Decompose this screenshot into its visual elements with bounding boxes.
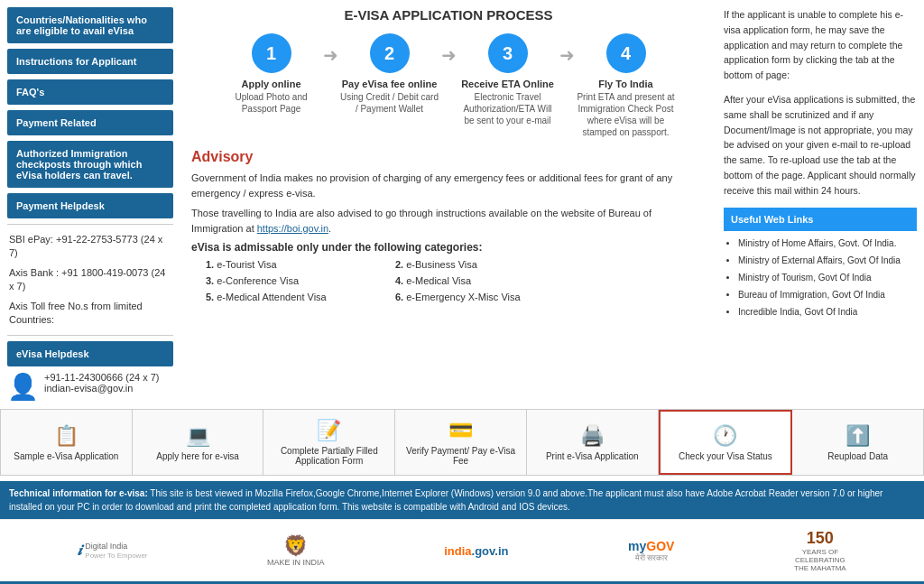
visa-cat-4: 4. e-Medical Visa bbox=[395, 275, 576, 286]
action-sample-label: Sample e-Visa Application bbox=[14, 451, 118, 461]
di-icon: 𝒊 bbox=[78, 542, 81, 559]
useful-link-3[interactable]: Ministry of Tourism, Govt Of India bbox=[738, 271, 917, 284]
action-verify-label: Verify Payment/ Pay e-Visa Fee bbox=[401, 446, 521, 466]
center-content: E-VISA APPLICATION PROCESS 1 Apply onlin… bbox=[180, 0, 716, 409]
advisory-categories-title: eVisa is admissable only under the follo… bbox=[191, 241, 706, 254]
make-text: MAKE IN INDIA bbox=[267, 558, 325, 567]
action-bar: 📋 Sample e-Visa Application 💻 Apply here… bbox=[0, 409, 924, 476]
mygov-logo: myGOV मेरी सरकार bbox=[628, 539, 674, 563]
visa-cat-3: 3. e-Conference Visa bbox=[206, 275, 386, 286]
sidebar-item-instructions[interactable]: Instructions for Applicant bbox=[7, 49, 173, 74]
digital-india-logo: 𝒊 Digital IndiaPower To Empower bbox=[78, 542, 147, 561]
process-title: E-VISA APPLICATION PROCESS bbox=[191, 7, 706, 23]
left-sidebar: Countries/Nationalities who are eligible… bbox=[0, 0, 180, 409]
step-2-sub: Using Credit / Debit card / Payment Wall… bbox=[340, 91, 439, 115]
advisory-para2: Those travelling to India are also advis… bbox=[191, 206, 706, 236]
advisory-title: Advisory bbox=[191, 149, 706, 165]
action-complete-label: Complete Partially Filled Application Fo… bbox=[269, 446, 389, 466]
step-2-circle: 2 bbox=[370, 33, 410, 73]
useful-link-4[interactable]: Bureau of Immigration, Govt Of India bbox=[738, 288, 917, 301]
step-3: 3 Receive ETA Online Electronic Travel A… bbox=[458, 33, 558, 126]
step-3-sub: Electronic Travel Authorization/ETA Will… bbox=[458, 91, 558, 126]
complete-icon: 📝 bbox=[317, 419, 341, 442]
step-3-title: Receive ETA Online bbox=[461, 79, 554, 89]
sidebar-item-payment[interactable]: Payment Related bbox=[7, 110, 173, 135]
helpdesk-email[interactable]: indian-evisa@gov.in bbox=[44, 383, 160, 394]
tech-bar: Technical information for e-visa: This s… bbox=[0, 481, 924, 519]
step-2-title: Pay eVisa fee online bbox=[342, 79, 438, 89]
print-icon: 🖨️ bbox=[580, 424, 605, 448]
arrow-2: ➜ bbox=[439, 44, 458, 66]
action-verify[interactable]: 💳 Verify Payment/ Pay e-Visa Fee bbox=[395, 410, 527, 475]
action-reupload-label: Reupload Data bbox=[827, 451, 888, 461]
step-1-title: Apply online bbox=[242, 79, 301, 89]
useful-links-title: Useful Web Links bbox=[724, 208, 917, 232]
useful-link-2[interactable]: Ministry of External Affairs, Govt Of In… bbox=[738, 254, 917, 267]
years-number: 150 bbox=[807, 529, 834, 548]
action-complete[interactable]: 📝 Complete Partially Filled Application … bbox=[263, 410, 395, 475]
sample-icon: 📋 bbox=[54, 424, 79, 448]
visa-cat-1: 1. e-Tourist Visa bbox=[206, 259, 386, 270]
helpdesk-phone: +91-11-24300666 (24 x 7) bbox=[44, 372, 160, 383]
verify-icon: 💳 bbox=[448, 419, 473, 442]
steps-row: 1 Apply online Upload Photo and Passport… bbox=[191, 33, 706, 138]
right-info-text: If the applicant is unable to complete h… bbox=[724, 7, 917, 83]
step-2: 2 Pay eVisa fee online Using Credit / De… bbox=[340, 33, 439, 115]
action-check-visa-label: Check your Visa Status bbox=[679, 451, 772, 461]
mygov-sub: मेरी सरकार bbox=[635, 553, 669, 563]
sidebar-item-checkposts[interactable]: Authorized Immigration checkposts throug… bbox=[7, 141, 173, 188]
sidebar-item-countries[interactable]: Countries/Nationalities who are eligible… bbox=[7, 7, 173, 43]
right-sidebar: If the applicant is unable to complete h… bbox=[716, 0, 924, 409]
useful-link-1[interactable]: Ministry of Home Affairs, Govt. Of India… bbox=[738, 236, 917, 250]
step-1-sub: Upload Photo and Passport Page bbox=[222, 91, 321, 115]
right-info-text-2: After your eVisa applications is submitt… bbox=[724, 92, 917, 199]
visa-cat-5: 5. e-Medical Attendent Visa bbox=[206, 292, 386, 302]
helpdesk-icon: 👤 bbox=[7, 372, 39, 402]
sidebar-item-helpdesk[interactable]: Payment Helpdesk bbox=[7, 193, 173, 218]
helpdesk-info: +91-11-24300666 (24 x 7) indian-evisa@go… bbox=[44, 372, 160, 394]
mygov-text: myGOV bbox=[628, 539, 674, 553]
step-4-sub: Print ETA and present at Immigration Che… bbox=[577, 91, 676, 138]
step-1-circle: 1 bbox=[252, 33, 291, 73]
action-apply[interactable]: 💻 Apply here for e-visa bbox=[133, 410, 264, 475]
arrow-1: ➜ bbox=[321, 44, 340, 66]
sidebar-item-evisa-helpdesk[interactable]: eVisa Helpdesk bbox=[7, 341, 173, 366]
visa-cat-6: 6. e-Emergency X-Misc Visa bbox=[395, 292, 576, 302]
boi-link[interactable]: https://boi.gov.in bbox=[257, 223, 328, 234]
di-text: Digital IndiaPower To Empower bbox=[85, 542, 147, 561]
step-3-circle: 3 bbox=[488, 33, 528, 73]
action-print-label: Print e-Visa Application bbox=[546, 451, 639, 461]
arrow-3: ➜ bbox=[558, 44, 577, 66]
footer-logos: 𝒊 Digital IndiaPower To Empower 🦁 MAKE I… bbox=[0, 519, 924, 581]
make-icon: 🦁 bbox=[283, 534, 308, 558]
sidebar-item-faq[interactable]: FAQ's bbox=[7, 79, 173, 105]
step-4-circle: 4 bbox=[606, 33, 646, 73]
payment-info-axis-note: Axis Toll free No.s from limited Countri… bbox=[7, 297, 173, 330]
step-1: 1 Apply online Upload Photo and Passport… bbox=[222, 33, 321, 115]
action-reupload[interactable]: ⬆️ Reupload Data bbox=[792, 410, 923, 475]
reupload-icon: ⬆️ bbox=[845, 424, 870, 448]
action-check-visa[interactable]: 🕐 Check your Visa Status bbox=[659, 410, 793, 475]
india-gov-logo: india.gov.in bbox=[444, 544, 508, 558]
action-apply-label: Apply here for e-visa bbox=[156, 451, 239, 461]
useful-links-list: Ministry of Home Affairs, Govt. Of India… bbox=[724, 236, 917, 319]
visa-cat-2: 2. e-Business Visa bbox=[395, 259, 576, 270]
action-sample[interactable]: 📋 Sample e-Visa Application bbox=[1, 410, 133, 475]
make-in-india-logo: 🦁 MAKE IN INDIA bbox=[267, 534, 325, 567]
years-text: YEARS OFCELEBRATINGTHE MAHATMA bbox=[794, 548, 846, 572]
step-4: 4 Fly To India Print ETA and present at … bbox=[577, 33, 676, 138]
useful-link-5[interactable]: Incredible India, Govt Of India bbox=[738, 305, 917, 319]
helpdesk-section: 👤 +91-11-24300666 (24 x 7) indian-evisa@… bbox=[7, 372, 173, 402]
payment-info-axis: Axis Bank : +91 1800-419-0073 (24 x 7) bbox=[7, 264, 173, 297]
check-visa-icon: 🕐 bbox=[713, 424, 737, 448]
visa-categories: 1. e-Tourist Visa 2. e-Business Visa 3. … bbox=[191, 259, 706, 302]
action-print[interactable]: 🖨️ Print e-Visa Application bbox=[527, 410, 659, 475]
years-logo: 150 YEARS OFCELEBRATINGTHE MAHATMA bbox=[794, 529, 846, 572]
advisory-para1: Government of India makes no provision o… bbox=[191, 171, 706, 200]
apply-icon: 💻 bbox=[186, 424, 210, 448]
payment-info-sbi: SBI ePay: +91-22-2753-5773 (24 x 7) bbox=[7, 230, 173, 264]
step-4-title: Fly To India bbox=[598, 79, 652, 89]
